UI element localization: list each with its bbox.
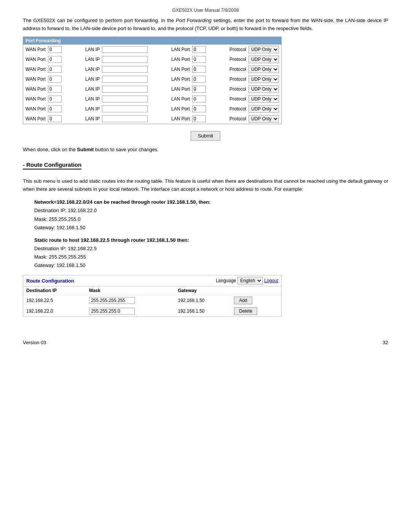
- lan-port-input[interactable]: [192, 105, 206, 112]
- route-action-cell: Add: [231, 295, 281, 306]
- wan-port-label: WAN Port: [25, 57, 46, 62]
- lan-ip-label: LAN IP: [85, 96, 100, 102]
- route-action-button[interactable]: Add: [234, 297, 252, 304]
- lan-ip-label: LAN IP: [85, 86, 100, 92]
- route-table-header-row: Destination IP Mask Gateway: [23, 286, 281, 295]
- pf-row: WAN Port LAN IP LAN Port Protocol UDP On…: [23, 74, 281, 84]
- lan-ip-input[interactable]: [102, 56, 148, 63]
- example1-dest: Destination IP: 192.168.22.0: [34, 206, 388, 215]
- route-dest-ip: 192.168.22.5: [23, 295, 86, 306]
- wan-port-input[interactable]: [48, 76, 62, 83]
- footer: Version 03 32: [23, 340, 388, 345]
- wan-port-input[interactable]: [48, 56, 62, 63]
- route-config-body: This sub menu is used to add static rout…: [23, 177, 388, 193]
- route-mask: [86, 306, 175, 316]
- example2-gateway: Gateway: 192.168.1.50: [34, 261, 388, 270]
- lan-ip-input[interactable]: [102, 96, 148, 102]
- route-table-body: 192.168.22.5 192.168.1.50 Add 192.168.22…: [23, 295, 281, 317]
- wan-port-input[interactable]: [48, 46, 62, 53]
- protocol-select[interactable]: UDP OnlyTCP OnlyBoth: [249, 75, 279, 83]
- language-select[interactable]: English: [237, 277, 263, 284]
- lan-ip-input[interactable]: [102, 105, 148, 112]
- lan-port-input[interactable]: [192, 56, 206, 63]
- route-config-header-row: Route Configuration Language English Log…: [23, 275, 281, 286]
- example1-gateway: Gateway: 192.168.1.50: [34, 224, 388, 232]
- lan-ip-label: LAN IP: [85, 57, 100, 62]
- logout-link[interactable]: Logout: [264, 278, 278, 283]
- lan-port-input[interactable]: [192, 76, 206, 83]
- wan-port-label: WAN Port: [25, 106, 46, 112]
- lan-port-input[interactable]: [192, 66, 206, 73]
- wan-port-input[interactable]: [48, 105, 62, 112]
- lan-ip-label: LAN IP: [85, 67, 100, 72]
- protocol-select[interactable]: UDP OnlyTCP OnlyBoth: [249, 56, 279, 63]
- port-forwarding-section: Port Forwarding WAN Port LAN IP LAN Port…: [23, 37, 282, 124]
- language-area: Language English Logout: [216, 277, 278, 284]
- page-header: GXE502X User Manual 7/9/2008: [23, 8, 388, 13]
- lan-port-input[interactable]: [192, 96, 206, 102]
- lan-ip-input[interactable]: [102, 86, 148, 93]
- protocol-select[interactable]: UDP OnlyTCP OnlyBoth: [249, 115, 279, 123]
- lan-ip-label: LAN IP: [85, 47, 100, 52]
- col-dest-ip: Destination IP: [23, 286, 86, 295]
- pf-row: WAN Port LAN IP LAN Port Protocol UDP On…: [23, 45, 281, 54]
- protocol-select[interactable]: UDP OnlyTCP OnlyBoth: [249, 105, 279, 113]
- route-config-table-title: Route Configuration: [26, 278, 74, 284]
- example2-mask: Mask: 255.255.255.255: [34, 253, 388, 261]
- lan-port-label: LAN Port: [171, 77, 190, 82]
- port-forwarding-header: Port Forwarding: [23, 37, 281, 45]
- submit-button[interactable]: Submit: [191, 131, 220, 141]
- lan-ip-input[interactable]: [102, 115, 148, 122]
- route-config-heading: - Route Configuration: [23, 161, 81, 169]
- wan-port-input[interactable]: [48, 115, 62, 122]
- page-header-text: GXE502X User Manual 7/9/2008: [172, 8, 239, 13]
- route-table-row: 192.168.22.0 192.168.1.50 Delete: [23, 306, 281, 316]
- example2-dest: Destination IP: 192.168.22.5: [34, 244, 388, 253]
- pf-row: WAN Port LAN IP LAN Port Protocol UDP On…: [23, 94, 281, 104]
- lan-port-input[interactable]: [192, 86, 206, 93]
- route-mask-input[interactable]: [89, 308, 135, 315]
- route-table: Destination IP Mask Gateway 192.168.22.5…: [23, 286, 281, 316]
- protocol-label: Protocol: [229, 47, 246, 52]
- route-action-button[interactable]: Delete: [234, 307, 257, 315]
- route-table-row: 192.168.22.5 192.168.1.50 Add: [23, 295, 281, 306]
- protocol-select[interactable]: UDP OnlyTCP OnlyBoth: [249, 66, 279, 73]
- wan-port-label: WAN Port: [25, 67, 46, 72]
- when-done-bold: Submit: [77, 147, 94, 152]
- lan-ip-label: LAN IP: [85, 106, 100, 112]
- route-mask-input[interactable]: [89, 297, 135, 304]
- route-config-outer: Route Configuration Language English Log…: [23, 275, 282, 317]
- col-action: [231, 286, 281, 295]
- lan-ip-input[interactable]: [102, 46, 148, 53]
- page-number: 32: [383, 340, 388, 345]
- protocol-select[interactable]: UDP OnlyTCP OnlyBoth: [249, 85, 279, 93]
- wan-port-input[interactable]: [48, 96, 62, 102]
- lan-ip-input[interactable]: [102, 76, 148, 83]
- example1-mask: Mask: 255.255.255.0: [34, 215, 388, 224]
- wan-port-input[interactable]: [48, 86, 62, 93]
- protocol-select[interactable]: UDP OnlyTCP OnlyBoth: [249, 95, 279, 103]
- lan-port-input[interactable]: [192, 46, 206, 53]
- lan-ip-label: LAN IP: [85, 116, 100, 121]
- lan-port-label: LAN Port: [171, 116, 190, 121]
- protocol-label: Protocol: [229, 67, 246, 72]
- pf-row: WAN Port LAN IP LAN Port Protocol UDP On…: [23, 84, 281, 94]
- lan-port-label: LAN Port: [171, 47, 190, 52]
- example2-block: Static route to host 192.168.22.5 throug…: [34, 237, 388, 270]
- protocol-label: Protocol: [229, 77, 246, 82]
- lan-port-label: LAN Port: [171, 96, 190, 102]
- wan-port-input[interactable]: [48, 66, 62, 73]
- example1-title: Network=192.168.22.0/24 can be reached t…: [34, 199, 388, 205]
- protocol-select[interactable]: UDP OnlyTCP OnlyBoth: [249, 46, 279, 53]
- route-mask: [86, 295, 175, 306]
- lan-port-input[interactable]: [192, 115, 206, 122]
- wan-port-label: WAN Port: [25, 47, 46, 52]
- example2-title: Static route to host 192.168.22.5 throug…: [34, 237, 388, 243]
- col-mask: Mask: [86, 286, 175, 295]
- pf-row: WAN Port LAN IP LAN Port Protocol UDP On…: [23, 64, 281, 74]
- pf-row: WAN Port LAN IP LAN Port Protocol UDP On…: [23, 104, 281, 114]
- route-config-heading-wrapper: - Route Configuration: [23, 161, 388, 173]
- intro-paragraph: The GXE502X can be configured to perform…: [23, 17, 388, 33]
- port-forwarding-rows: WAN Port LAN IP LAN Port Protocol UDP On…: [23, 45, 281, 124]
- lan-ip-input[interactable]: [102, 66, 148, 73]
